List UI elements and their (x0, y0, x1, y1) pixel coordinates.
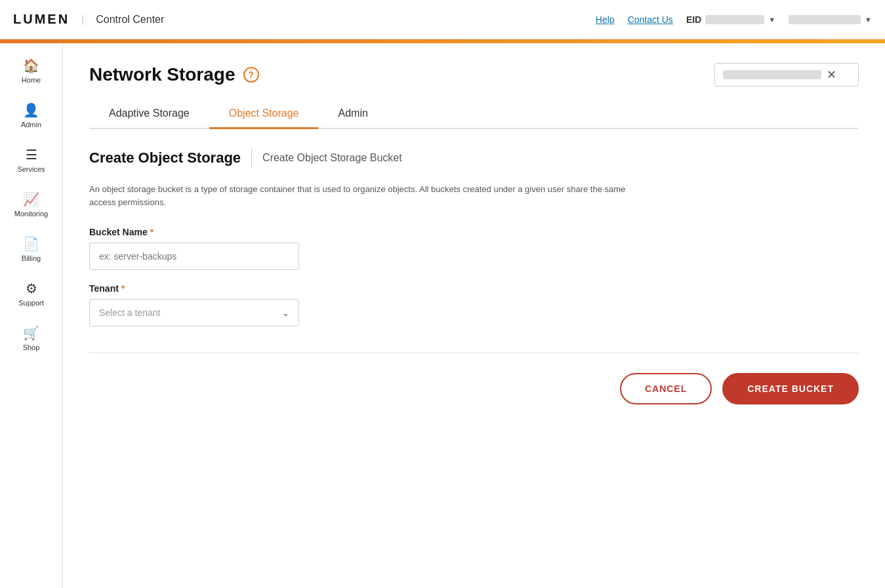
page-title-row: Network Storage ? (89, 64, 259, 85)
required-star-bucket: * (150, 227, 154, 237)
sidebar-label-home: Home (22, 76, 41, 84)
home-icon: 🏠 (23, 58, 39, 73)
create-bucket-button[interactable]: CREATE BUCKET (722, 373, 859, 404)
bucket-name-input[interactable] (89, 243, 299, 270)
close-icon[interactable]: ✕ (827, 68, 836, 82)
tenant-group: Tenant * Select a tenant ⌄ (89, 283, 859, 326)
sidebar-item-services[interactable]: ☰ Services (0, 139, 62, 181)
sidebar-label-admin: Admin (21, 121, 41, 128)
tab-admin[interactable]: Admin (318, 100, 387, 129)
main-content: Network Storage ? ✕ Adaptive Storage Obj… (63, 43, 885, 588)
eid-value (705, 15, 764, 24)
section-title: Create Object Storage (89, 149, 241, 167)
sidebar-item-billing[interactable]: 📄 Billing (0, 228, 62, 270)
eid-label: EID (686, 14, 701, 25)
search-value (723, 70, 821, 79)
cancel-button[interactable]: CANCEL (620, 373, 712, 404)
sidebar-item-home[interactable]: 🏠 Home (0, 50, 62, 92)
form-divider (89, 353, 859, 353)
admin-icon: 👤 (23, 102, 39, 118)
sidebar-label-billing: Billing (22, 254, 41, 262)
sidebar-item-monitoring[interactable]: 📈 Monitoring (0, 184, 62, 225)
required-star-tenant: * (121, 283, 125, 294)
tabs: Adaptive Storage Object Storage Admin (89, 100, 859, 129)
tab-object-storage[interactable]: Object Storage (209, 100, 319, 129)
user-section: ▼ (789, 15, 872, 24)
eid-section: EID ▼ (686, 14, 775, 25)
page-title: Network Storage (89, 64, 236, 85)
contact-link[interactable]: Contact Us (628, 14, 673, 25)
form-description: An object storage bucket is a type of st… (89, 183, 653, 208)
chevron-down-icon: ⌄ (282, 308, 289, 318)
tenant-placeholder: Select a tenant (99, 307, 160, 318)
sidebar-label-services: Services (17, 165, 45, 173)
sidebar: 🏠 Home 👤 Admin ☰ Services 📈 Monitoring 📄… (0, 43, 63, 588)
action-buttons: CANCEL CREATE BUCKET (89, 373, 859, 404)
billing-icon: 📄 (23, 236, 39, 252)
user-chevron-icon[interactable]: ▼ (865, 16, 872, 24)
bucket-name-group: Bucket Name * (89, 227, 859, 270)
breadcrumb-section: Create Object Storage Create Object Stor… (89, 149, 859, 167)
sidebar-label-support: Support (18, 299, 44, 307)
tenant-select[interactable]: Select a tenant ⌄ (89, 299, 299, 326)
help-link[interactable]: Help (596, 14, 615, 25)
services-icon: ☰ (26, 147, 37, 163)
sidebar-item-support[interactable]: ⚙ Support (0, 273, 62, 315)
layout: 🏠 Home 👤 Admin ☰ Services 📈 Monitoring 📄… (0, 43, 885, 588)
support-icon: ⚙ (26, 281, 37, 296)
sidebar-item-admin[interactable]: 👤 Admin (0, 94, 62, 136)
monitoring-icon: 📈 (23, 191, 39, 207)
sidebar-item-shop[interactable]: 🛒 Shop (0, 317, 62, 359)
sidebar-label-monitoring: Monitoring (14, 210, 48, 218)
top-nav: LUMEN | Control Center Help Contact Us E… (0, 0, 885, 39)
help-icon[interactable]: ? (243, 67, 259, 83)
shop-icon: 🛒 (23, 325, 39, 341)
app-title: Control Center (96, 14, 164, 26)
page-header: Network Storage ? ✕ (89, 63, 859, 87)
sidebar-label-shop: Shop (23, 343, 40, 351)
breadcrumb: Create Object Storage Bucket (262, 152, 402, 164)
tab-adaptive-storage[interactable]: Adaptive Storage (89, 100, 209, 129)
breadcrumb-divider (251, 149, 252, 167)
nav-right: Help Contact Us EID ▼ ▼ (596, 14, 872, 25)
eid-chevron-icon[interactable]: ▼ (768, 16, 775, 24)
logo: LUMEN (13, 12, 70, 27)
bucket-name-label: Bucket Name * (89, 227, 859, 237)
tenant-label: Tenant * (89, 283, 859, 294)
user-value (789, 15, 861, 24)
search-bar[interactable]: ✕ (714, 63, 859, 87)
